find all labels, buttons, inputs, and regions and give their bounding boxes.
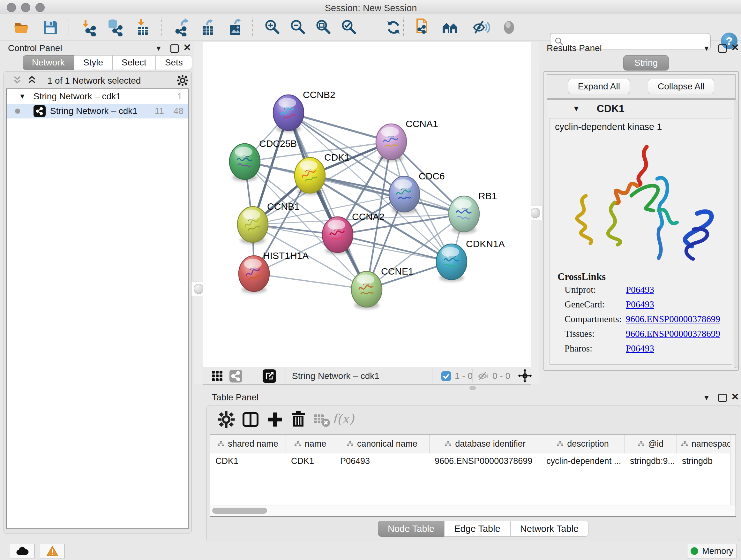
tab-edge-table[interactable]: Edge Table (444, 521, 510, 537)
hide-selected-icon[interactable] (472, 18, 490, 37)
results-panel-menu-icon[interactable]: ▼ (703, 44, 710, 53)
save-session-icon[interactable] (41, 18, 59, 37)
selected-checkbox-icon[interactable] (441, 371, 451, 381)
network-tree: ▼ String Network – cdk1 1 String Network… (6, 88, 189, 529)
tab-network-table[interactable]: Network Table (510, 521, 589, 537)
first-neighbors-icon[interactable] (441, 18, 459, 37)
results-panel-close-icon[interactable]: ✕ (731, 44, 739, 51)
warnings-button[interactable] (40, 544, 65, 558)
table-panel-close-icon[interactable]: ✕ (731, 394, 739, 400)
network-selection-status: 1 of 1 Network selected (0, 76, 188, 86)
table-cell[interactable]: CDK1 (286, 453, 335, 469)
birdseye-crosshair-icon[interactable] (518, 369, 532, 383)
right-splitter[interactable] (531, 42, 539, 384)
crosslink-link[interactable]: P06493 (626, 343, 654, 354)
results-scrollbar[interactable] (734, 100, 738, 368)
column-header-database-identifier[interactable]: database identifier (429, 435, 541, 453)
collapse-all-button[interactable]: Collapse All (648, 79, 714, 94)
window-title: Session: New Session (0, 3, 741, 13)
table-panel-float-icon[interactable] (718, 394, 727, 402)
section-expander-icon[interactable]: ▼ (572, 104, 580, 113)
open-session-icon[interactable] (13, 18, 31, 37)
network-view-title: String Network – cdk1 (292, 371, 380, 381)
crosslink-link[interactable]: 9606.ENSP00000378699 (626, 314, 720, 324)
column-header-name[interactable]: name (286, 435, 335, 453)
delete-column-icon[interactable] (289, 411, 307, 428)
protein-description: cyclin-dependent kinase 1 (555, 122, 662, 132)
column-header-description[interactable]: description (541, 435, 625, 453)
protein-section: ▼ CDK1 cyclin-dependent kinase 1 (547, 99, 736, 368)
function-builder-icon[interactable]: f(x) (332, 412, 354, 426)
tab-select[interactable]: Select (112, 55, 156, 70)
export-image-icon[interactable] (226, 18, 244, 37)
open-in-new-window-icon[interactable] (263, 369, 276, 383)
zoom-selected-icon[interactable] (340, 18, 358, 37)
tab-string[interactable]: String (623, 55, 669, 71)
import-table-icon[interactable] (134, 18, 152, 37)
import-database-icon[interactable] (106, 18, 124, 37)
memory-button[interactable]: Memory (687, 544, 737, 558)
table-options-gear-icon[interactable] (217, 411, 235, 428)
network-label: String Network – cdk1 (50, 106, 138, 116)
network-collection-row[interactable]: ▼ String Network – cdk1 1 (7, 89, 188, 104)
zoom-fit-icon[interactable] (314, 18, 332, 37)
export-network-icon[interactable] (172, 18, 190, 37)
node-label-CCNA2: CCNA2 (352, 211, 385, 222)
network-view-icon[interactable] (229, 370, 242, 382)
grid-view-icon[interactable] (212, 370, 223, 382)
splitter-handle[interactable] (469, 386, 476, 390)
right-splitter-knob[interactable] (530, 208, 540, 218)
zoom-out-icon[interactable] (289, 18, 307, 37)
memory-label: Memory (702, 546, 733, 556)
crosslink-link[interactable]: P06493 (626, 285, 654, 295)
crosslink-link[interactable]: 9606.ENSP00000378699 (626, 328, 720, 339)
left-splitter[interactable] (194, 42, 203, 384)
tab-network[interactable]: Network (23, 55, 74, 70)
results-panel-float-icon[interactable] (718, 44, 727, 53)
delete-table-icon[interactable] (313, 411, 330, 428)
table-cell[interactable]: stringdb (677, 453, 736, 469)
node-label-HIST1H1A: HIST1H1A (263, 250, 309, 261)
column-header-canonical-name[interactable]: canonical name (335, 435, 429, 453)
zoom-in-icon[interactable] (263, 18, 281, 37)
tab-node-table[interactable]: Node Table (378, 521, 444, 537)
show-columns-icon[interactable] (242, 411, 259, 428)
column-header-shared-name[interactable]: shared name (210, 435, 286, 453)
network-row[interactable]: String Network – cdk1 11 48 (7, 104, 188, 118)
create-column-icon[interactable] (266, 411, 284, 428)
protein-structure-image (556, 141, 725, 268)
horizontal-splitter[interactable] (203, 384, 741, 391)
network-canvas[interactable]: CCNB2CCNA1CDC25BCDK1CDC6RB1CCNB1CCNA2CDK… (203, 42, 531, 367)
hidden-eye-icon[interactable] (478, 371, 488, 381)
expand-all-button[interactable]: Expand All (568, 79, 630, 94)
control-panel-menu-icon[interactable]: ▼ (155, 44, 162, 53)
tab-sets[interactable]: Sets (156, 55, 192, 70)
tab-style[interactable]: Style (74, 55, 112, 70)
node-table[interactable]: shared namenamecanonical namedatabase id… (210, 434, 736, 517)
table-cell[interactable]: cyclin-dependent ... (541, 453, 625, 469)
table-horizontal-scrollbar[interactable] (210, 505, 736, 516)
collection-expander-icon[interactable]: ▼ (19, 92, 26, 101)
crosslink-link[interactable]: P06493 (626, 299, 654, 310)
node-label-RB1: RB1 (478, 191, 497, 201)
scrollbar-thumb[interactable] (212, 508, 267, 514)
export-table-icon[interactable] (199, 18, 217, 37)
table-cell[interactable]: CDK1 (210, 453, 286, 469)
table-cell[interactable]: P06493 (335, 453, 429, 469)
show-all-icon[interactable] (500, 18, 518, 37)
control-panel-close-icon[interactable]: ✕ (183, 44, 191, 51)
refresh-view-icon[interactable] (385, 18, 402, 37)
column-header-@id[interactable]: @id (625, 435, 677, 453)
table-cell[interactable]: stringdb:9... (625, 453, 677, 469)
control-panel-float-icon[interactable] (171, 44, 179, 53)
protein-section-header[interactable]: ▼ CDK1 (547, 100, 735, 118)
table-panel-menu-icon[interactable]: ▼ (703, 394, 710, 402)
table-row[interactable]: CDK1CDK1P064939606.ENSP00000378699cyclin… (210, 453, 736, 469)
table-vertical-scrollbar[interactable] (730, 435, 736, 516)
table-cell[interactable]: 9606.ENSP00000378699 (429, 453, 541, 469)
cloud-status-button[interactable] (10, 544, 35, 558)
network-from-file-icon[interactable] (414, 18, 432, 37)
node-label-CDC25B: CDC25B (259, 138, 297, 149)
import-network-icon[interactable] (79, 18, 97, 37)
column-header-namespace[interactable]: namespace (677, 435, 736, 453)
